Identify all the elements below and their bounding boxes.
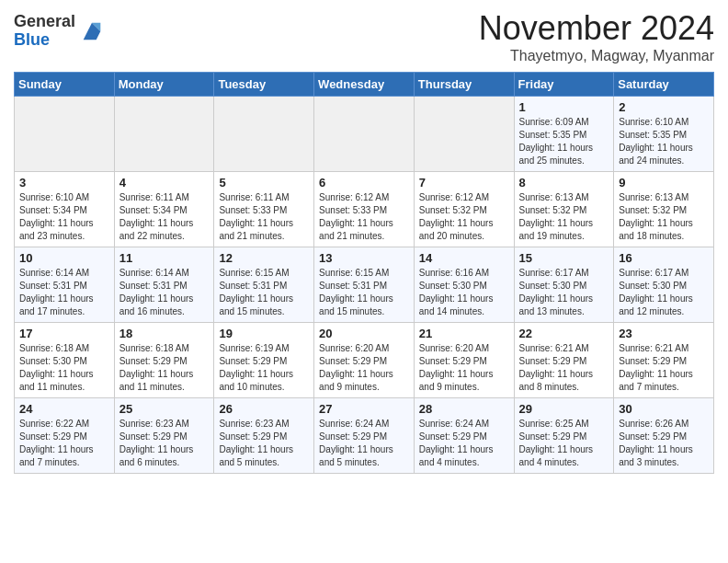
day-number: 19 [219,327,309,340]
day-details: Sunrise: 6:21 AM Sunset: 5:29 PM Dayligh… [519,342,609,394]
day-number: 17 [19,327,109,340]
location-subtitle: Thayetmyo, Magway, Myanmar [479,48,714,64]
day-number: 5 [219,176,309,190]
day-details: Sunrise: 6:18 AM Sunset: 5:30 PM Dayligh… [19,342,109,394]
day-details: Sunrise: 6:12 AM Sunset: 5:32 PM Dayligh… [419,191,509,243]
day-details: Sunrise: 6:24 AM Sunset: 5:29 PM Dayligh… [419,418,509,469]
calendar-cell: 9Sunrise: 6:13 AM Sunset: 5:32 PM Daylig… [614,172,714,247]
calendar-week-row: 24Sunrise: 6:22 AM Sunset: 5:29 PM Dayli… [15,398,714,474]
title-block: November 2024 Thayetmyo, Magway, Myanmar [479,9,714,64]
day-details: Sunrise: 6:13 AM Sunset: 5:32 PM Dayligh… [619,191,709,243]
day-number: 18 [119,327,210,340]
day-number: 25 [119,402,210,416]
logo-blue-text: Blue [14,31,75,50]
day-number: 22 [519,327,609,340]
day-number: 4 [119,176,210,190]
calendar-cell: 12Sunrise: 6:15 AM Sunset: 5:31 PM Dayli… [214,247,314,323]
day-details: Sunrise: 6:26 AM Sunset: 5:29 PM Dayligh… [619,418,709,469]
day-details: Sunrise: 6:12 AM Sunset: 5:33 PM Dayligh… [319,191,409,243]
day-details: Sunrise: 6:23 AM Sunset: 5:29 PM Dayligh… [219,418,309,469]
day-header-saturday: Saturday [614,73,714,97]
calendar-cell [214,97,314,172]
day-header-tuesday: Tuesday [214,73,314,97]
logo: General Blue [14,13,105,50]
day-details: Sunrise: 6:14 AM Sunset: 5:31 PM Dayligh… [19,267,109,318]
calendar-cell: 22Sunrise: 6:21 AM Sunset: 5:29 PM Dayli… [514,323,614,398]
calendar-cell: 1Sunrise: 6:09 AM Sunset: 5:35 PM Daylig… [514,97,614,172]
day-number: 24 [19,402,109,416]
logo-general-text: General [14,13,75,31]
calendar-cell [414,97,514,172]
day-details: Sunrise: 6:11 AM Sunset: 5:34 PM Dayligh… [119,191,210,243]
calendar-cell: 30Sunrise: 6:26 AM Sunset: 5:29 PM Dayli… [614,398,714,474]
day-number: 9 [619,176,709,190]
day-details: Sunrise: 6:17 AM Sunset: 5:30 PM Dayligh… [619,267,709,318]
day-details: Sunrise: 6:25 AM Sunset: 5:29 PM Dayligh… [519,418,609,469]
calendar-week-row: 17Sunrise: 6:18 AM Sunset: 5:30 PM Dayli… [15,323,714,398]
day-header-thursday: Thursday [414,73,514,97]
day-number: 2 [619,100,709,114]
calendar-cell: 28Sunrise: 6:24 AM Sunset: 5:29 PM Dayli… [414,398,514,474]
page-header: General Blue November 2024 Thayetmyo, Ma… [14,9,714,64]
calendar-cell: 8Sunrise: 6:13 AM Sunset: 5:32 PM Daylig… [514,172,614,247]
day-details: Sunrise: 6:15 AM Sunset: 5:31 PM Dayligh… [219,267,309,318]
calendar-cell: 24Sunrise: 6:22 AM Sunset: 5:29 PM Dayli… [15,398,115,474]
month-title: November 2024 [479,9,714,48]
calendar-cell: 21Sunrise: 6:20 AM Sunset: 5:29 PM Dayli… [414,323,514,398]
day-details: Sunrise: 6:18 AM Sunset: 5:29 PM Dayligh… [119,342,210,394]
day-details: Sunrise: 6:09 AM Sunset: 5:35 PM Dayligh… [519,116,609,167]
day-details: Sunrise: 6:10 AM Sunset: 5:35 PM Dayligh… [619,116,709,167]
calendar-cell: 16Sunrise: 6:17 AM Sunset: 5:30 PM Dayli… [614,247,714,323]
calendar-cell: 20Sunrise: 6:20 AM Sunset: 5:29 PM Dayli… [314,323,415,398]
day-number: 28 [419,402,509,416]
day-number: 12 [219,251,309,265]
day-details: Sunrise: 6:15 AM Sunset: 5:31 PM Dayligh… [319,267,409,318]
day-details: Sunrise: 6:23 AM Sunset: 5:29 PM Dayligh… [119,418,210,469]
calendar-cell: 15Sunrise: 6:17 AM Sunset: 5:30 PM Dayli… [514,247,614,323]
calendar-cell: 7Sunrise: 6:12 AM Sunset: 5:32 PM Daylig… [414,172,514,247]
calendar-cell [314,97,415,172]
day-number: 26 [219,402,309,416]
calendar-cell: 19Sunrise: 6:19 AM Sunset: 5:29 PM Dayli… [214,323,314,398]
day-number: 8 [519,176,609,190]
day-details: Sunrise: 6:17 AM Sunset: 5:30 PM Dayligh… [519,267,609,318]
day-details: Sunrise: 6:20 AM Sunset: 5:29 PM Dayligh… [319,342,409,394]
day-header-sunday: Sunday [15,73,115,97]
day-number: 7 [419,176,509,190]
calendar-cell: 14Sunrise: 6:16 AM Sunset: 5:30 PM Dayli… [414,247,514,323]
day-number: 20 [319,327,409,340]
day-number: 10 [19,251,109,265]
day-details: Sunrise: 6:21 AM Sunset: 5:29 PM Dayligh… [619,342,709,394]
calendar-cell [15,97,115,172]
calendar-cell: 27Sunrise: 6:24 AM Sunset: 5:29 PM Dayli… [314,398,415,474]
day-number: 21 [419,327,509,340]
day-details: Sunrise: 6:14 AM Sunset: 5:31 PM Dayligh… [119,267,210,318]
calendar-cell: 25Sunrise: 6:23 AM Sunset: 5:29 PM Dayli… [114,398,214,474]
day-number: 14 [419,251,509,265]
day-number: 13 [319,251,409,265]
logo-icon [79,18,105,44]
day-number: 3 [19,176,109,190]
day-details: Sunrise: 6:22 AM Sunset: 5:29 PM Dayligh… [19,418,109,469]
day-details: Sunrise: 6:20 AM Sunset: 5:29 PM Dayligh… [419,342,509,394]
calendar-cell: 18Sunrise: 6:18 AM Sunset: 5:29 PM Dayli… [114,323,214,398]
day-details: Sunrise: 6:10 AM Sunset: 5:34 PM Dayligh… [19,191,109,243]
calendar-week-row: 10Sunrise: 6:14 AM Sunset: 5:31 PM Dayli… [15,247,714,323]
calendar-cell: 23Sunrise: 6:21 AM Sunset: 5:29 PM Dayli… [614,323,714,398]
day-details: Sunrise: 6:19 AM Sunset: 5:29 PM Dayligh… [219,342,309,394]
day-number: 29 [519,402,609,416]
calendar-week-row: 3Sunrise: 6:10 AM Sunset: 5:34 PM Daylig… [15,172,714,247]
calendar-cell: 11Sunrise: 6:14 AM Sunset: 5:31 PM Dayli… [114,247,214,323]
calendar-cell: 4Sunrise: 6:11 AM Sunset: 5:34 PM Daylig… [114,172,214,247]
day-header-friday: Friday [514,73,614,97]
calendar-cell: 17Sunrise: 6:18 AM Sunset: 5:30 PM Dayli… [15,323,115,398]
day-number: 16 [619,251,709,265]
calendar-cell: 29Sunrise: 6:25 AM Sunset: 5:29 PM Dayli… [514,398,614,474]
day-header-monday: Monday [114,73,214,97]
calendar-cell: 10Sunrise: 6:14 AM Sunset: 5:31 PM Dayli… [15,247,115,323]
calendar-cell: 5Sunrise: 6:11 AM Sunset: 5:33 PM Daylig… [214,172,314,247]
calendar-cell: 13Sunrise: 6:15 AM Sunset: 5:31 PM Dayli… [314,247,415,323]
day-details: Sunrise: 6:16 AM Sunset: 5:30 PM Dayligh… [419,267,509,318]
day-number: 30 [619,402,709,416]
day-number: 15 [519,251,609,265]
